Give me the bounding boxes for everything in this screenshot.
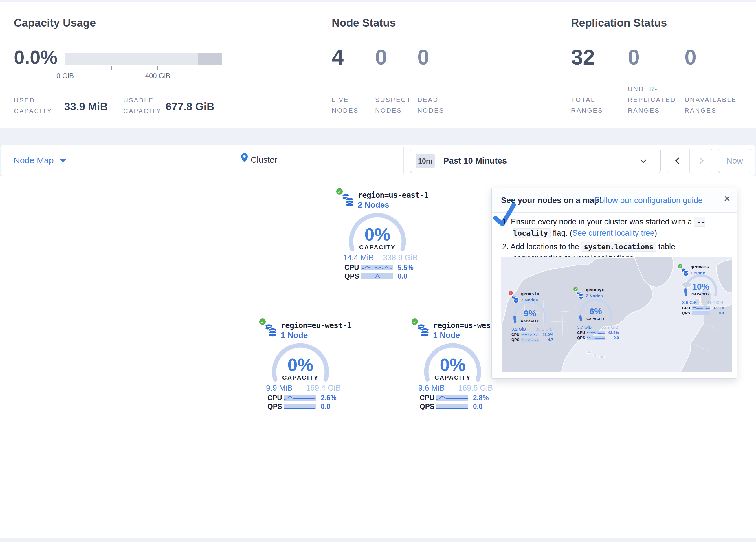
node-map-canvas: ✓ region=us-east-1 2 Nodes 0% CAPACITY 1… [0,176,756,538]
qps-label: QPS [511,338,521,342]
capacity-used-value: 3.6 GiB [682,300,697,305]
cpu-sparkline [692,306,710,310]
total-ranges-label: TOTAL RANGES [571,94,612,116]
chevron-down-icon [60,159,66,163]
capacity-bar-other-segment [198,53,222,65]
qps-sparkline [692,311,710,315]
region-card-eu-west-1[interactable]: ✓ region=eu-west-1 1 Node 0% CAPACITY 9.… [256,317,346,416]
time-next-button[interactable] [689,149,712,172]
qps-value: 0.0 [321,403,330,411]
qps-value: 0.0 [398,272,407,280]
database-icon [416,323,430,337]
map-node-name: geo=ams [691,264,709,269]
capacity-percent: 0% [418,354,487,375]
capacity-percent: 6% [577,306,614,316]
chevron-left-icon [675,157,682,164]
qps-value: 0.0 [719,311,724,315]
dead-nodes-count: 0 [417,46,429,69]
capacity-label: CAPACITY [418,374,487,381]
step-text: Add locations to the [511,242,581,251]
live-nodes-count: 4 [332,46,344,69]
unavailable-count: 0 [685,46,696,69]
qps-label: QPS [267,403,284,411]
time-range-badge: 10m [416,154,435,168]
suspect-nodes-label: SUSPECT NODES [375,94,414,116]
chevron-down-icon [640,157,646,163]
capacity-percent: 9% [511,308,549,318]
capacity-axis-label-start: 0 GiB [56,72,74,80]
cpu-label: CPU [267,394,284,402]
cpu-value: 12.3% [713,306,724,310]
capacity-used-value: 3.2 GiB [511,327,526,332]
capacity-total-value: 65.7 GiB [601,325,618,330]
time-range-select[interactable]: 10m Past 10 Minutes [410,148,661,173]
qps-label: QPS [344,272,361,280]
now-button[interactable]: Now [718,148,751,173]
region-card-us-east-1[interactable]: ✓ region=us-east-1 2 Nodes 0% CAPACITY 1… [333,187,423,286]
capacity-usage-percent: 0.0% [14,46,57,68]
configuration-guide-link[interactable]: Follow our configuration guide [594,196,703,205]
step-text: flag. ( [551,229,572,237]
capacity-total-value: 169.4 GiB [306,384,341,393]
under-replicated-count: 0 [628,46,640,69]
cpu-label: CPU [420,394,436,402]
qps-sparkline [436,404,468,409]
cpu-label: CPU [682,306,692,310]
used-capacity-value: 33.9 MiB [64,101,108,113]
map-node-name: geo=nyc [586,287,604,293]
cpu-sparkline [436,395,468,401]
capacity-usage-title: Capacity Usage [14,17,96,29]
qps-sparkline [361,273,393,279]
qps-label: QPS [682,311,692,315]
usable-capacity-value: 677.8 GiB [166,101,214,113]
capacity-used-value: 14.4 MiB [343,253,374,262]
cpu-value: 2.8% [473,394,489,402]
capacity-axis-tick [65,66,65,70]
capacity-label: CAPACITY [577,317,614,321]
node-map-config-popup: See your nodes on a map! Follow our conf… [491,187,737,379]
node-status-title: Node Status [332,17,396,29]
node-map-preview: ! geo=sfo 2 Nodes 9% CAPACITY [501,257,732,372]
region-name: region=us-east-1 [358,190,428,199]
database-icon [341,193,354,207]
cpu-value: 2.6% [321,394,337,402]
capacity-axis-label-mid: 400 GiB [145,72,170,80]
capacity-total-value: 169.5 GiB [458,384,493,393]
cluster-summary-bar: Capacity Usage 0.0% 0 GiB 400 GiB USED C… [0,2,756,128]
suspect-nodes-count: 0 [375,46,387,69]
qps-sparkline [284,404,316,409]
qps-sparkline [521,338,539,342]
step-number: 1. [502,217,509,226]
step-text: Ensure every node in your cluster was st… [511,217,694,226]
qps-label: QPS [420,403,436,411]
time-prev-button[interactable] [667,149,689,172]
qps-value: 0.0 [473,403,482,411]
cpu-value: 42.5% [608,330,619,335]
cpu-value: 5.5% [398,263,414,272]
capacity-axis-tick [157,66,158,70]
capacity-total-value: 34.4 GiB [707,300,723,305]
under-replicated-label: UNDER-REPLICATED RANGES [628,84,686,116]
capacity-axis-tick [204,66,204,70]
locality-tree-link[interactable]: See current locality tree [572,229,654,237]
cpu-sparkline [284,395,316,401]
view-toolbar: Node Map Cluster 10m Past 10 Minutes Now [1,145,755,176]
breadcrumb-cluster-label: Cluster [251,155,277,165]
qps-value: 0.0 [614,336,619,340]
total-ranges-count: 32 [571,46,595,69]
capacity-used-value: 9.6 MiB [418,384,445,393]
view-mode-select[interactable]: Node Map [14,155,54,165]
cpu-value: 11.0% [543,333,553,337]
capacity-label: CAPACITY [682,293,720,296]
capacity-axis-tick [111,66,112,70]
popup-header: See your nodes on a map! Follow our conf… [492,188,737,212]
cpu-label: CPU [577,330,587,335]
capacity-total-value: 338.9 GiB [383,253,418,262]
toolbar-divider [403,147,404,174]
capacity-label: CAPACITY [266,374,335,381]
database-icon [264,323,277,337]
close-icon[interactable]: × [724,193,730,204]
cpu-sparkline [361,264,393,270]
region-card-us-west-1[interactable]: ✓ region=us-west-1 1 Node 0% CAPACITY 9.… [409,317,498,416]
capacity-percent: 0% [266,354,335,375]
